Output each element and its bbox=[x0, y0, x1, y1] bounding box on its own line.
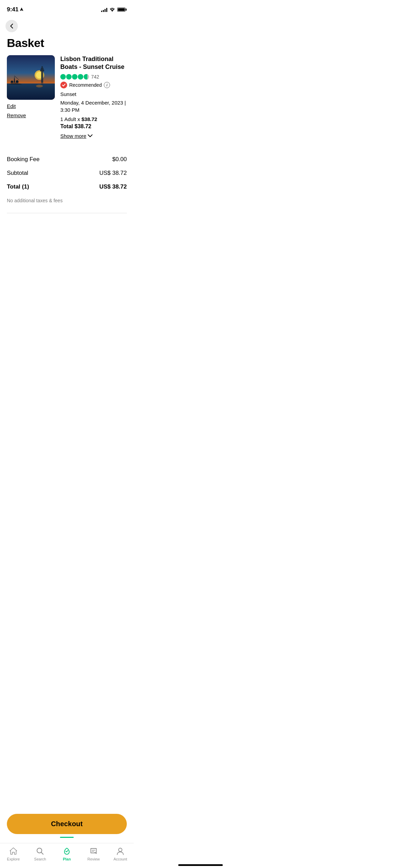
info-icon[interactable]: i bbox=[104, 82, 110, 88]
svg-point-19 bbox=[62, 75, 64, 78]
total-label: Total (1) bbox=[7, 183, 29, 190]
battery-icon bbox=[117, 7, 127, 12]
page-title: Basket bbox=[0, 34, 134, 55]
total-row: Total (1) US$ 38.72 bbox=[7, 180, 127, 194]
recommended-text: Recommended bbox=[69, 82, 102, 88]
rating-row: 742 bbox=[60, 74, 127, 80]
booking-fee-label: Booking Fee bbox=[7, 156, 39, 163]
date-text: Monday, 4 December, 2023 | 3:30 PM bbox=[60, 99, 127, 113]
wifi-icon bbox=[109, 8, 115, 12]
subtotal-label: Subtotal bbox=[7, 170, 28, 177]
item-image-svg bbox=[7, 55, 55, 100]
summary-section: Booking Fee $0.00 Subtotal US$ 38.72 Tot… bbox=[0, 139, 134, 213]
item-info-col: Lisbon Traditional Boats - Sunset Cruise… bbox=[60, 55, 127, 139]
total-value: US$ 38.72 bbox=[99, 183, 127, 190]
location-icon bbox=[20, 8, 23, 12]
back-button-container bbox=[0, 17, 134, 34]
rating-count: 742 bbox=[91, 74, 99, 80]
checkmark-icon bbox=[62, 83, 66, 87]
star-1 bbox=[60, 74, 66, 80]
status-time: 9:41 bbox=[7, 6, 23, 13]
divider bbox=[7, 213, 127, 213]
item-title: Lisbon Traditional Boats - Sunset Cruise bbox=[60, 55, 127, 71]
recommended-row: Recommended i bbox=[60, 82, 127, 88]
star-4 bbox=[78, 74, 83, 80]
remove-link[interactable]: Remove bbox=[7, 112, 55, 118]
svg-marker-0 bbox=[20, 8, 23, 11]
taxes-note: No additional taxes & fees bbox=[7, 194, 127, 207]
subtotal-row: Subtotal US$ 38.72 bbox=[7, 166, 127, 180]
star-3 bbox=[72, 74, 77, 80]
item-image bbox=[7, 55, 55, 100]
price-per-value: $38.72 bbox=[82, 116, 97, 122]
svg-point-10 bbox=[36, 85, 43, 87]
category-text: Sunset bbox=[60, 91, 127, 97]
item-image-col: Edit Remove bbox=[7, 55, 55, 139]
item-card: Edit Remove Lisbon Traditional Boats - S… bbox=[0, 55, 134, 139]
signal-icon bbox=[101, 7, 107, 12]
svg-rect-3 bbox=[126, 9, 127, 11]
svg-point-1 bbox=[112, 11, 112, 11]
star-2 bbox=[66, 74, 72, 80]
svg-rect-11 bbox=[41, 71, 43, 84]
price-per: 1 Adult x $38.72 bbox=[60, 116, 127, 122]
back-chevron-icon bbox=[10, 23, 13, 29]
chevron-down-icon bbox=[88, 134, 93, 137]
svg-rect-5 bbox=[118, 8, 125, 11]
edit-link[interactable]: Edit bbox=[7, 103, 55, 109]
star-5 bbox=[84, 74, 89, 80]
back-button[interactable] bbox=[5, 20, 18, 32]
svg-rect-18 bbox=[7, 83, 55, 84]
status-icons bbox=[101, 7, 127, 12]
stars bbox=[60, 74, 89, 80]
price-total: Total $38.72 bbox=[60, 123, 127, 130]
status-bar: 9:41 bbox=[0, 0, 134, 17]
svg-rect-14 bbox=[41, 66, 43, 69]
recommended-badge-icon bbox=[60, 82, 67, 88]
show-more-button[interactable]: Show more bbox=[60, 133, 127, 139]
svg-rect-9 bbox=[7, 83, 55, 100]
booking-fee-value: $0.00 bbox=[112, 156, 127, 163]
booking-fee-row: Booking Fee $0.00 bbox=[7, 153, 127, 166]
subtotal-value: US$ 38.72 bbox=[99, 170, 127, 177]
